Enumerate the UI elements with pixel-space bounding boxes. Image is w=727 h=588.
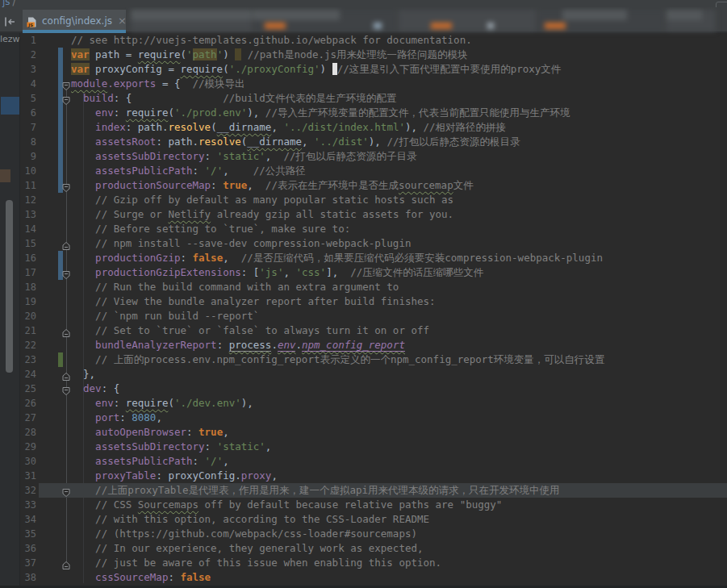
code-text: autoOpenBrowser: true,	[71, 426, 229, 439]
fold-end-icon[interactable]	[61, 558, 71, 568]
code-text: // Surge or Netlify already gzip all sta…	[71, 208, 453, 221]
code-line[interactable]: 6 env: require('./prod.env'), //导入生产环境变量…	[20, 106, 727, 120]
code-text: cssSourceMap: false	[71, 571, 211, 584]
breadcrumb: js/	[0, 0, 727, 7]
hide-tool-window-icon[interactable]	[3, 15, 18, 27]
code-line[interactable]: 29 assetsSubDirectory: 'static',	[20, 440, 727, 454]
code-line[interactable]: 23 // 上面的process.env.npm_config_report表示…	[20, 352, 727, 367]
line-number: 14	[20, 223, 36, 235]
fold-end-icon[interactable]	[61, 326, 71, 336]
code-line[interactable]: 3var proxyConfig = require('./proxyConfi…	[20, 62, 727, 77]
tab-title: config\index.js	[42, 15, 112, 27]
vcs-change-marker	[58, 120, 63, 135]
line-number: 36	[20, 543, 36, 554]
code-line[interactable]: 35 // (https://github.com/webpack/css-lo…	[20, 527, 727, 541]
code-line[interactable]: 5 build: { //build文件代表的是生产环境的配置	[20, 91, 727, 106]
code-line[interactable]: 11 productionSourceMap: true, //表示在生产环境中…	[20, 178, 727, 193]
code-line[interactable]: 37 // just be aware of this issue when e…	[20, 556, 727, 570]
code-line[interactable]: 4module.exports = { //模块导出	[20, 77, 727, 91]
code-line[interactable]: 2var path = require('path') //path是node.…	[20, 48, 727, 62]
code-line[interactable]: 22 bundleAnalyzerReport: process.env.npm…	[20, 338, 727, 352]
fold-collapse-icon[interactable]	[61, 181, 71, 190]
line-number: 30	[20, 456, 36, 467]
code-line[interactable]: 21 // Set to `true` or `false` to always…	[20, 323, 727, 338]
line-number: 4	[20, 78, 36, 90]
code-line[interactable]: 34 // with this option, according to the…	[20, 512, 727, 527]
code-text: // Gzip off by default as many popular s…	[71, 194, 453, 206]
line-number: 12	[20, 194, 36, 206]
line-number: 25	[20, 383, 36, 394]
code-text: // In our experience, they generally wor…	[71, 542, 424, 555]
code-text: env: require('./dev.env'),	[71, 397, 253, 410]
code-line[interactable]: 7 index: path.resolve(__dirname, '../dis…	[20, 120, 727, 135]
left-strip-label: lezw	[0, 34, 20, 44]
code-line[interactable]: 30 assetsPublicPath: '/',	[20, 454, 727, 469]
code-line[interactable]: 20 // `npm run build --report`	[20, 309, 727, 323]
vcs-change-marker	[58, 149, 63, 164]
code-text: assetsSubDirectory: 'static', //打包以后静态资源…	[71, 150, 417, 163]
code-line[interactable]: 36 // In our experience, they generally …	[20, 541, 727, 556]
svg-text:JS: JS	[27, 23, 33, 28]
left-strip-selection-block[interactable]	[1, 97, 19, 115]
line-number: 15	[20, 238, 36, 249]
code-text: // View the bundle analyzer report after…	[71, 295, 436, 308]
line-number: 17	[20, 267, 36, 278]
code-text: // `npm run build --report`	[71, 310, 259, 323]
code-text: assetsPublicPath: '/', //公共路径	[71, 165, 306, 177]
code-line[interactable]: 10 assetsPublicPath: '/', //公共路径	[20, 164, 727, 178]
fold-collapse-icon[interactable]	[61, 384, 71, 394]
vcs-change-marker	[58, 251, 63, 265]
code-line[interactable]: 27 port: 8080,	[20, 411, 727, 425]
code-line[interactable]: 12 // Gzip off by default as many popula…	[20, 193, 727, 207]
line-number: 8	[20, 136, 36, 148]
code-line[interactable]: 15 // npm install --save-dev compression…	[20, 236, 727, 251]
code-line[interactable]: 14 // Before setting to `true`, make sur…	[20, 222, 727, 236]
code-text: // Run the build command with an extra a…	[71, 281, 399, 294]
code-line[interactable]: 16 productionGzip: false, //是否压缩代码，如果要压缩…	[20, 251, 727, 265]
left-strip-scrollbar[interactable]	[6, 200, 13, 373]
code-line[interactable]: 24 },	[20, 367, 727, 382]
vcs-change-marker	[58, 62, 63, 77]
code-line[interactable]: 17 productionGzipExtensions: ['js', 'css…	[20, 265, 727, 280]
code-editor[interactable]: 1// see http://vuejs-templates.github.io…	[20, 33, 727, 588]
tab-config-index-js[interactable]: JS config\index.js ×	[23, 10, 126, 31]
line-number: 19	[20, 296, 36, 307]
code-line[interactable]: 28 autoOpenBrowser: true,	[20, 425, 727, 440]
code-line[interactable]: 25 dev: {	[20, 382, 727, 396]
line-number: 11	[20, 180, 36, 191]
fold-collapse-icon[interactable]	[61, 94, 71, 103]
line-number: 23	[20, 354, 36, 365]
fold-collapse-icon[interactable]	[61, 268, 71, 277]
fold-collapse-icon[interactable]	[61, 486, 71, 495]
tab-close-icon[interactable]: ×	[118, 17, 127, 25]
code-line[interactable]: 26 env: require('./dev.env'),	[20, 396, 727, 411]
fold-collapse-icon[interactable]	[61, 79, 71, 89]
code-line[interactable]: 38 cssSourceMap: false	[20, 570, 727, 585]
code-text: // (https://github.com/webpack/css-loade…	[71, 528, 417, 540]
fold-end-icon[interactable]	[61, 369, 71, 379]
code-text: // CSS Sourcemaps off by default because…	[71, 498, 502, 511]
code-line[interactable]: 33 // CSS Sourcemaps off by default beca…	[20, 498, 727, 512]
code-line[interactable]: 9 assetsSubDirectory: 'static', //打包以后静态…	[20, 149, 727, 164]
code-text: env: require('./prod.env'), //导入生产环境变量的配…	[71, 106, 570, 119]
code-line[interactable]: 1// see http://vuejs-templates.github.io…	[20, 33, 727, 48]
line-number: 28	[20, 427, 36, 438]
code-line[interactable]: 8 assetsRoot: path.resolve(__dirname, '.…	[20, 135, 727, 149]
code-line[interactable]: 31 proxyTable: proxyConfig.proxy,	[20, 469, 727, 483]
code-line[interactable]: 18 // Run the build command with an extr…	[20, 280, 727, 294]
fold-end-icon[interactable]	[61, 239, 71, 248]
line-number: 33	[20, 499, 36, 511]
js-file-icon: JS	[27, 15, 37, 26]
code-line[interactable]: 32 //上面proxyTable是代理表，作用是用来，建一个虚拟api用来代理…	[20, 483, 727, 498]
left-strip-item-block[interactable]	[0, 169, 10, 182]
breadcrumb-item-js[interactable]: js	[2, 0, 10, 7]
code-text: build: { //build文件代表的是生产环境的配置	[71, 92, 396, 105]
line-number: 10	[20, 165, 36, 177]
code-line[interactable]: 13 // Surge or Netlify already gzip all …	[20, 207, 727, 222]
code-line[interactable]: 19 // View the bundle analyzer report af…	[20, 294, 727, 309]
left-tool-strip: lezw	[0, 33, 20, 588]
line-number: 18	[20, 281, 36, 293]
line-number: 6	[20, 107, 36, 119]
redacted-background-tabs[interactable]	[131, 7, 716, 31]
line-number: 20	[20, 311, 36, 322]
